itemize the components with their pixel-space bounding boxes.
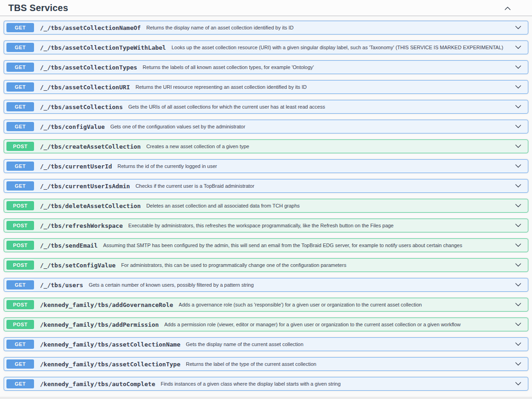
section-header: TBS Services — [0, 0, 532, 16]
endpoint-description: Checks if the current user is a TopBraid… — [136, 183, 509, 189]
endpoint-description: Returns the display name of an asset col… — [146, 25, 509, 30]
endpoint-description: Returns the URI resource representing an… — [136, 84, 509, 90]
chevron-down-icon[interactable] — [513, 201, 523, 211]
endpoint-row[interactable]: POST /_/tbs/setConfigValue For administr… — [4, 258, 528, 272]
endpoint-path: /_/tbs/assetCollections — [40, 104, 123, 110]
endpoint-path: /_/tbs/configValue — [40, 123, 105, 130]
chevron-down-icon[interactable] — [513, 62, 523, 72]
endpoint-path: /kennedy_family/tbs/assetCollectionName — [40, 341, 180, 348]
endpoint-description: For administrators, this can be used to … — [121, 262, 509, 268]
chevron-down-icon[interactable] — [513, 82, 523, 92]
endpoint-row[interactable]: POST /_/tbs/refreshWorkspace Executable … — [4, 219, 528, 232]
chevron-down-icon[interactable] — [513, 280, 523, 290]
endpoint-path: /_/tbs/users — [40, 282, 83, 289]
chevron-down-icon[interactable] — [513, 319, 523, 330]
chevron-down-icon[interactable] — [513, 141, 523, 151]
chevron-down-icon[interactable] — [513, 339, 523, 349]
endpoint-path: /_/tbs/setConfigValue — [40, 262, 115, 269]
chevron-down-icon[interactable] — [513, 300, 523, 310]
http-method-badge: GET — [6, 102, 34, 111]
http-method-badge: GET — [6, 122, 34, 131]
endpoint-path: /_/tbs/deleteAssetCollection — [40, 202, 141, 209]
endpoint-description: Looks up the asset collection resource (… — [172, 45, 509, 50]
endpoint-description: Gets a certain number of known users, po… — [89, 282, 509, 288]
http-method-badge: GET — [6, 43, 34, 52]
http-method-badge: GET — [6, 280, 34, 289]
endpoint-row[interactable]: POST /kennedy_family/tbs/addGovernanceRo… — [4, 298, 528, 312]
endpoint-path: /_/tbs/assetCollectionTypes — [40, 64, 137, 71]
http-method-badge: POST — [6, 300, 34, 309]
endpoint-description: Deletes an asset collection and all asso… — [146, 203, 509, 208]
endpoint-row[interactable]: GET /_/tbs/currentUserIsAdmin Checks if … — [4, 179, 528, 193]
endpoint-row[interactable]: POST /_/tbs/sendEmail Assuming that SMTP… — [4, 238, 528, 252]
http-method-badge: POST — [6, 320, 34, 329]
endpoint-description: Gets one of the configuration values set… — [110, 124, 509, 129]
endpoint-row[interactable]: GET /_/tbs/configValue Gets one of the c… — [4, 120, 528, 133]
endpoint-row[interactable]: GET /_/tbs/assetCollections Gets the URI… — [4, 100, 528, 114]
endpoint-path: /_/tbs/createAssetCollection — [40, 143, 141, 150]
endpoint-description: Creates a new asset collection of a give… — [146, 144, 509, 149]
http-method-badge: GET — [6, 379, 34, 388]
endpoint-description: Returns the labels of all known asset co… — [143, 64, 509, 70]
endpoint-description: Returns the id of the currently logged i… — [118, 163, 509, 169]
section-title: TBS Services — [8, 3, 68, 13]
endpoint-row[interactable]: GET /kennedy_family/tbs/assetCollectionN… — [4, 337, 528, 351]
http-method-badge: GET — [6, 162, 34, 171]
chevron-up-icon[interactable] — [503, 3, 513, 13]
endpoint-description: Assuming that SMTP has been configured b… — [103, 243, 509, 248]
endpoint-row[interactable]: GET /kennedy_family/tbs/autoComplete Fin… — [4, 377, 528, 391]
endpoint-path: /_/tbs/assetCollectionNameOf — [40, 24, 141, 31]
http-method-badge: POST — [6, 221, 34, 230]
endpoint-description: Returns the label of the type of the cur… — [186, 361, 509, 367]
chevron-down-icon[interactable] — [513, 260, 523, 270]
endpoint-path: /_/tbs/refreshWorkspace — [40, 222, 123, 229]
chevron-down-icon[interactable] — [513, 42, 523, 52]
endpoint-list: GET /_/tbs/assetCollectionNameOf Returns… — [0, 16, 532, 391]
http-method-badge: GET — [6, 82, 34, 92]
endpoint-description: Executable by administrators, this refre… — [128, 223, 509, 228]
endpoint-row[interactable]: GET /_/tbs/currentUserId Returns the id … — [4, 159, 528, 173]
endpoint-description: Finds instances of a given class where t… — [160, 381, 509, 387]
endpoint-row[interactable]: GET /_/tbs/assetCollectionTypes Returns … — [4, 60, 528, 74]
chevron-down-icon[interactable] — [513, 23, 523, 33]
chevron-down-icon[interactable] — [513, 240, 523, 250]
endpoint-path: /kennedy_family/tbs/addPermission — [40, 321, 159, 328]
http-method-badge: POST — [6, 142, 34, 151]
http-method-badge: GET — [6, 181, 34, 191]
endpoint-path: /_/tbs/sendEmail — [40, 242, 97, 249]
endpoint-row[interactable]: GET /_/tbs/assetCollectionURI Returns th… — [4, 80, 528, 94]
endpoint-description: Adds a permission role (viewer, editor o… — [164, 322, 509, 327]
page-bottom-strip — [0, 397, 532, 399]
chevron-down-icon[interactable] — [513, 379, 523, 389]
chevron-down-icon[interactable] — [513, 102, 523, 112]
chevron-down-icon[interactable] — [513, 121, 523, 132]
endpoint-path: /_/tbs/assetCollectionURI — [40, 84, 130, 91]
http-method-badge: POST — [6, 201, 34, 210]
endpoint-description: Gets the display name of the current ass… — [186, 341, 509, 347]
endpoint-description: Gets the URIs of all asset collections f… — [128, 104, 509, 110]
chevron-down-icon[interactable] — [513, 359, 523, 369]
endpoint-row[interactable]: GET /_/tbs/assetCollectionTypeWithLabel … — [4, 40, 528, 54]
endpoint-path: /kennedy_family/tbs/assetCollectionType — [40, 361, 180, 368]
http-method-badge: POST — [6, 260, 34, 270]
http-method-badge: GET — [6, 63, 34, 72]
http-method-badge: GET — [6, 340, 34, 349]
endpoint-row[interactable]: POST /_/tbs/deleteAssetCollection Delete… — [4, 199, 528, 213]
endpoint-path: /kennedy_family/tbs/autoComplete — [40, 381, 155, 387]
endpoint-row[interactable]: GET /_/tbs/assetCollectionNameOf Returns… — [4, 21, 528, 35]
endpoint-row[interactable]: GET /kennedy_family/tbs/assetCollectionT… — [4, 357, 528, 371]
endpoint-row[interactable]: GET /_/tbs/users Gets a certain number o… — [4, 278, 528, 292]
endpoint-path: /_/tbs/currentUserId — [40, 163, 112, 170]
endpoint-row[interactable]: POST /_/tbs/createAssetCollection Create… — [4, 139, 528, 153]
chevron-down-icon[interactable] — [513, 181, 523, 191]
endpoint-row[interactable]: POST /kennedy_family/tbs/addPermission A… — [4, 318, 528, 331]
endpoint-path: /_/tbs/currentUserIsAdmin — [40, 183, 130, 190]
http-method-badge: GET — [6, 23, 34, 32]
chevron-down-icon[interactable] — [513, 161, 523, 171]
chevron-down-icon[interactable] — [513, 220, 523, 231]
endpoint-description: Adds a governance role (such as 'respons… — [179, 302, 509, 307]
endpoint-path: /kennedy_family/tbs/addGovernanceRole — [40, 301, 173, 308]
http-method-badge: GET — [6, 359, 34, 369]
endpoint-path: /_/tbs/assetCollectionTypeWithLabel — [40, 44, 166, 51]
http-method-badge: POST — [6, 241, 34, 250]
